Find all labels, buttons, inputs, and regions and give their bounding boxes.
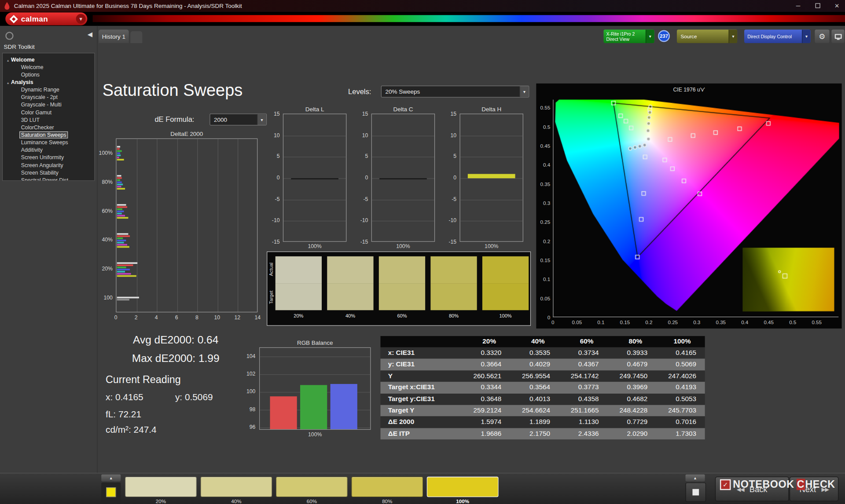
- table-header-row: 20%40%60%80%100%: [380, 336, 705, 347]
- table-row: y: CIE310.36640.40290.43670.46790.5069: [380, 359, 705, 370]
- sidebar-item-screen-uniformity[interactable]: Screen Uniformity: [3, 154, 94, 161]
- de-bar: [117, 217, 128, 219]
- delta-bar: [468, 174, 515, 179]
- display-settings-button[interactable]: [831, 29, 844, 43]
- pattern-label: 80%: [351, 498, 423, 504]
- row-value: 0.4679: [607, 359, 656, 370]
- de-bar: [117, 175, 121, 177]
- sidebar-item-additivity[interactable]: Additivity: [3, 146, 94, 154]
- actual-row-label: Actual: [267, 255, 275, 283]
- row-value: 0.7016: [656, 416, 705, 428]
- current-pattern-button[interactable]: [101, 482, 121, 502]
- new-tab-button[interactable]: [130, 31, 142, 43]
- sidebar-item-screen-stability[interactable]: Screen Stability: [3, 169, 94, 176]
- avg-de2000-reading: Avg dE2000: 0.64: [106, 334, 246, 346]
- de-bar: [117, 155, 121, 157]
- sample-count-badge[interactable]: 237: [658, 30, 670, 42]
- row-label: x: CIE31: [380, 347, 461, 359]
- settings-button[interactable]: ⚙: [815, 29, 829, 43]
- sidebar-item-options[interactable]: Options: [3, 71, 94, 79]
- meter-dropdown[interactable]: X-Rite i1Pro 2 Direct View ▼: [603, 29, 654, 43]
- pattern-bar: ▲ 20%40%60%80%100% ▲ ◀◀ Back Next ▶▶ ✓ N…: [0, 473, 845, 504]
- gear-icon: ⚙: [819, 32, 825, 41]
- actual-swatch: [482, 256, 529, 283]
- back-button[interactable]: ◀◀ Back: [715, 477, 789, 501]
- de-formula-value: 2000: [214, 116, 227, 123]
- chevron-down-icon: ▼: [729, 29, 738, 43]
- tree-group-welcome[interactable]: ▴Welcome: [3, 56, 94, 63]
- delta-c-y-axis: 151050-5-10-15: [351, 113, 370, 241]
- rgb-bar-blue: [331, 384, 357, 429]
- nav-up-button[interactable]: ▲: [686, 475, 705, 482]
- de-bar: [117, 264, 133, 266]
- current-pattern-swatch: [106, 487, 116, 497]
- calman-menu-button[interactable]: calman ▼: [5, 12, 87, 25]
- pattern-button-80%[interactable]: [351, 477, 423, 497]
- de-bar: [117, 215, 125, 217]
- sidebar-item-welcome[interactable]: Welcome: [3, 63, 94, 71]
- window-title: Calman 2025 Calman Ultimate for Business…: [14, 3, 242, 9]
- actual-swatch: [276, 256, 322, 283]
- row-value: 256.9554: [510, 370, 559, 382]
- sidebar-item-dynamic-range[interactable]: Dynamic Range: [3, 86, 94, 94]
- row-value: 0.3664: [461, 359, 510, 370]
- delta-bar: [379, 178, 427, 179]
- row-value: 1.5974: [461, 416, 510, 428]
- pattern-button-20%[interactable]: [125, 477, 197, 497]
- cie-diagram-panel: CIE 1976 u'v' 00.050.10.150.20.250.30.35…: [536, 84, 841, 329]
- target-swatch: [379, 283, 425, 310]
- sidebar-item-3d-lut[interactable]: 3D LUT: [3, 116, 94, 124]
- de-bar: [117, 159, 124, 161]
- inset-target-marker: [783, 274, 787, 278]
- sidebar-item-grayscale-multi[interactable]: Grayscale - Multi: [3, 101, 94, 109]
- maximize-button[interactable]: [813, 3, 823, 9]
- table-row: Target y:CIE310.36480.40130.43580.46820.…: [380, 394, 705, 405]
- de-bar: [117, 262, 137, 264]
- row-value: 245.7703: [656, 405, 705, 416]
- sidebar-item-colorchecker[interactable]: ColorChecker: [3, 124, 94, 131]
- table-header-cell: 100%: [656, 336, 705, 347]
- toolkit-title: SDR Toolkit: [4, 44, 35, 50]
- target-swatch: [327, 283, 373, 310]
- row-value: 2.0290: [607, 428, 656, 439]
- source-label: Source: [681, 33, 697, 39]
- de-bar: [117, 271, 125, 273]
- actual-swatch: [430, 256, 477, 283]
- source-dropdown[interactable]: Source ▼: [677, 29, 737, 43]
- sidebar-item-screen-angularity[interactable]: Screen Angularity: [3, 161, 94, 169]
- pattern-window-button[interactable]: [686, 482, 706, 502]
- row-value: 0.4165: [656, 347, 705, 359]
- delta-h-title: Delta H: [459, 106, 523, 113]
- deltae2000-chart: [116, 139, 257, 313]
- display-control-dropdown[interactable]: Direct Display Control ▼: [744, 29, 811, 43]
- row-value: 1.7303: [656, 428, 705, 439]
- page-title: Saturation Sweeps: [103, 81, 243, 100]
- de-bar: [117, 246, 129, 248]
- table-row: Target x:CIE310.33440.35640.37730.39690.…: [380, 382, 705, 393]
- de-bar: [117, 184, 123, 186]
- pattern-button-100%[interactable]: [427, 477, 499, 497]
- pattern-button-60%[interactable]: [276, 477, 348, 497]
- de-formula-dropdown[interactable]: 2000 ▼: [209, 113, 267, 125]
- minimize-button[interactable]: ─: [793, 3, 803, 9]
- swatch-label: 60%: [379, 314, 425, 319]
- window-titlebar: Calman 2025 Calman Ultimate for Business…: [0, 0, 845, 12]
- toolkit-home-button[interactable]: [5, 32, 13, 40]
- swatch-label: 100%: [482, 314, 529, 319]
- close-button[interactable]: ✕: [832, 3, 842, 10]
- sidebar-item-grayscale-2pt[interactable]: Grayscale - 2pt: [3, 94, 94, 101]
- sidebar-item-saturation-sweeps[interactable]: Saturation Sweeps: [3, 131, 94, 139]
- tree-group-analysis[interactable]: ▴Analysis: [3, 79, 94, 86]
- sidebar-item-color-gamut[interactable]: Color Gamut: [3, 109, 94, 116]
- sidebar-item-spectral-power-dist-[interactable]: Spectral Power Dist.: [3, 177, 94, 181]
- pattern-up-button[interactable]: ▲: [101, 475, 121, 482]
- pattern-button-40%[interactable]: [201, 477, 272, 497]
- row-value: 0.3933: [607, 347, 656, 359]
- table-header-cell: [380, 336, 461, 347]
- sidebar-item-luminance-sweeps[interactable]: Luminance Sweeps: [3, 139, 94, 146]
- row-value: 1.1899: [510, 416, 559, 428]
- sidebar-collapse-button[interactable]: ◀: [85, 31, 95, 40]
- next-button[interactable]: Next ▶▶: [790, 477, 838, 501]
- tab-history-1[interactable]: History 1: [99, 29, 129, 43]
- levels-dropdown[interactable]: 20% Sweeps ▼: [381, 86, 529, 98]
